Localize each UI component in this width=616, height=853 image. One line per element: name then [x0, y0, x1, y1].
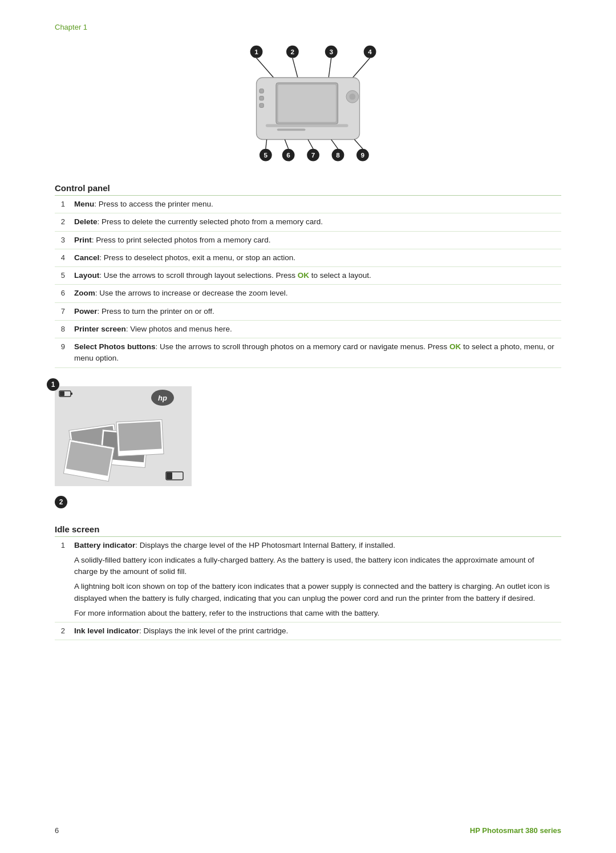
svg-text:9: 9 [361, 151, 365, 159]
svg-line-32 [266, 140, 267, 149]
svg-rect-20 [266, 124, 348, 127]
table-row: 7Power: Press to turn the printer on or … [55, 302, 561, 320]
svg-line-11 [352, 58, 370, 79]
svg-text:hp: hp [158, 394, 167, 402]
footer: 6 HP Photosmart 380 series [55, 826, 561, 835]
extra-paragraph: A solidly-filled battery icon indicates … [74, 555, 558, 578]
table-row: 3Print: Press to print selected photos f… [55, 231, 561, 249]
svg-text:8: 8 [336, 151, 340, 159]
svg-rect-21 [277, 129, 306, 131]
svg-text:3: 3 [329, 48, 333, 55]
svg-rect-16 [260, 96, 264, 100]
row-content: Zoom: Use the arrows to increase or decr… [71, 285, 561, 302]
control-panel-heading: Control panel [55, 183, 561, 196]
table-row: 1Battery indicator: Displays the charge … [55, 537, 561, 622]
row-content: Print: Press to print selected photos fr… [71, 231, 561, 249]
row-number: 2 [55, 213, 71, 231]
idle-screen-table: 1Battery indicator: Displays the charge … [55, 537, 561, 641]
table-row: 9Select Photos buttons: Use the arrows t… [55, 338, 561, 368]
svg-text:6: 6 [286, 151, 290, 159]
row-number: 1 [55, 196, 71, 213]
svg-line-35 [331, 140, 338, 149]
row-content: Menu: Press to access the printer menu. [71, 196, 561, 213]
svg-rect-57 [167, 472, 172, 479]
row-number: 2 [55, 622, 71, 640]
svg-line-36 [354, 140, 362, 149]
idle-screen-heading: Idle screen [55, 524, 561, 537]
table-row: 8Printer screen: View photos and menus h… [55, 320, 561, 338]
printer-diagram: 1 2 3 4 [55, 42, 561, 167]
idle-badge-1: 1 [47, 378, 59, 391]
row-content: Cancel: Press to deselect photos, exit a… [71, 249, 561, 266]
svg-line-33 [285, 140, 288, 149]
svg-text:4: 4 [368, 48, 372, 55]
svg-line-10 [329, 58, 331, 78]
svg-text:2: 2 [291, 48, 295, 55]
row-number: 9 [55, 338, 71, 368]
chapter-label: Chapter 1 [55, 23, 561, 31]
svg-rect-53 [118, 421, 161, 451]
svg-rect-44 [71, 393, 72, 395]
row-number: 5 [55, 267, 71, 285]
extra-paragraph: For more information about the battery, … [74, 608, 558, 619]
svg-rect-14 [278, 85, 336, 122]
control-panel-table: 1Menu: Press to access the printer menu.… [55, 196, 561, 368]
table-row: 5Layout: Use the arrows to scroll throug… [55, 267, 561, 285]
row-content: Layout: Use the arrows to scroll through… [71, 267, 561, 285]
row-content: Ink level indicator: Displays the ink le… [71, 622, 561, 640]
row-number: 3 [55, 231, 71, 249]
svg-text:7: 7 [311, 151, 315, 159]
table-row: 4Cancel: Press to deselect photos, exit … [55, 249, 561, 266]
svg-text:5: 5 [264, 151, 268, 159]
row-number: 7 [55, 302, 71, 320]
svg-line-9 [293, 58, 298, 78]
svg-line-8 [257, 58, 275, 79]
row-content: Delete: Press to delete the currently se… [71, 213, 561, 231]
row-content: Select Photos buttons: Use the arrows to… [71, 338, 561, 368]
svg-rect-15 [260, 89, 264, 93]
footer-brand: HP Photosmart 380 series [470, 826, 561, 835]
row-number: 8 [55, 320, 71, 338]
idle-diagram: 1 hp hp [55, 386, 561, 508]
table-row: 1Menu: Press to access the printer menu. [55, 196, 561, 213]
row-content: Battery indicator: Displays the charge l… [71, 537, 561, 622]
table-row: 2Delete: Press to delete the currently s… [55, 213, 561, 231]
svg-point-19 [349, 94, 355, 100]
row-number: 1 [55, 537, 71, 622]
footer-page-number: 6 [55, 826, 59, 835]
svg-line-34 [308, 140, 313, 149]
row-content: Power: Press to turn the printer on or o… [71, 302, 561, 320]
extra-paragraph: A lightning bolt icon shown on top of th… [74, 581, 558, 604]
table-row: 6Zoom: Use the arrows to increase or dec… [55, 285, 561, 302]
row-number: 6 [55, 285, 71, 302]
table-row: 2Ink level indicator: Displays the ink l… [55, 622, 561, 640]
idle-badge-2: 2 [55, 496, 67, 508]
svg-rect-17 [260, 103, 264, 107]
svg-rect-45 [60, 391, 64, 396]
row-content: Printer screen: View photos and menus he… [71, 320, 561, 338]
svg-text:1: 1 [254, 48, 258, 55]
row-number: 4 [55, 249, 71, 266]
